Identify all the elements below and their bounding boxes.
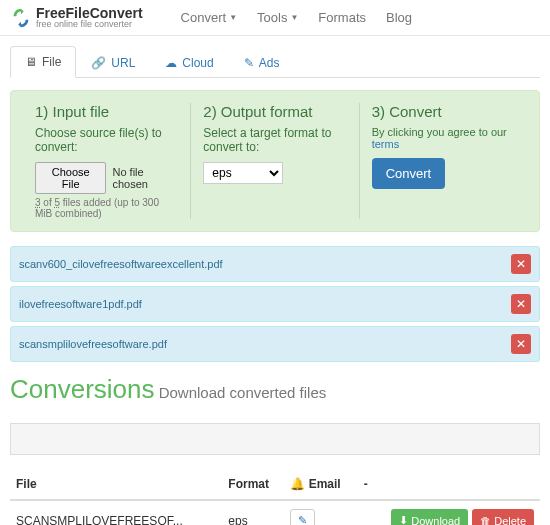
files-added-info: 3 of 5 files added (up to 300 MiB combin… — [35, 197, 178, 219]
table-row: SCANSMPLILOVEFREESOF...eps✎⬇ Download🗑 D… — [10, 500, 540, 525]
brand-name: FreeFileConvert — [36, 6, 143, 20]
conversions-header: Conversions Download converted files — [10, 374, 540, 405]
step-title: 1) Input file — [35, 103, 178, 120]
bell-icon: 🔔 — [290, 477, 305, 491]
uploaded-file-item: scanv600_cilovefreesoftwareexcellent.pdf… — [10, 246, 540, 282]
nav-formats[interactable]: Formats — [318, 10, 366, 25]
nav-convert[interactable]: Convert▼ — [181, 10, 237, 25]
nav-items: Convert▼ Tools▼ Formats Blog — [181, 10, 412, 25]
choose-file-button[interactable]: Choose File — [35, 162, 106, 194]
col-file: File — [10, 469, 222, 500]
step-title: 2) Output format — [203, 103, 346, 120]
file-cell: SCANSMPLILOVEFREESOF... — [10, 500, 222, 525]
step-desc: Choose source file(s) to convert: — [35, 126, 178, 154]
step-desc: Select a target format to convert to: — [203, 126, 346, 154]
cloud-icon: ☁ — [165, 56, 177, 70]
file-name: scansmplilovefreesoftware.pdf — [19, 338, 167, 350]
file-name: scanv600_cilovefreesoftwareexcellent.pdf — [19, 258, 223, 270]
email-button[interactable]: ✎ — [290, 509, 315, 525]
remove-file-button[interactable]: ✕ — [511, 334, 531, 354]
step-input: 1) Input file Choose source file(s) to c… — [23, 103, 190, 219]
tab-cloud[interactable]: ☁Cloud — [150, 46, 228, 78]
col-format: Format — [222, 469, 284, 500]
source-tabs: 🖥File 🔗URL ☁Cloud ✎Ads — [10, 46, 540, 78]
table-toolbar — [10, 423, 540, 455]
close-icon: ✕ — [516, 337, 526, 351]
tab-url[interactable]: 🔗URL — [76, 46, 150, 78]
delete-button[interactable]: 🗑 Delete — [472, 509, 534, 525]
tab-ads[interactable]: ✎Ads — [229, 46, 295, 78]
conversions-table: File Format 🔔 Email - SCANSMPLILOVEFREES… — [10, 469, 540, 525]
conversions-table-wrap: File Format 🔔 Email - SCANSMPLILOVEFREES… — [10, 423, 540, 525]
col-actions: - — [358, 469, 540, 500]
terms-text: By clicking you agree to our terms — [372, 126, 515, 150]
trash-icon: 🗑 — [480, 515, 491, 526]
col-email: 🔔 Email — [284, 469, 357, 500]
terms-link[interactable]: terms — [372, 138, 400, 150]
uploaded-file-list: scanv600_cilovefreesoftwareexcellent.pdf… — [10, 246, 540, 362]
edit-icon: ✎ — [298, 514, 307, 525]
close-icon: ✕ — [516, 297, 526, 311]
remove-file-button[interactable]: ✕ — [511, 254, 531, 274]
convert-button[interactable]: Convert — [372, 158, 446, 189]
remove-file-button[interactable]: ✕ — [511, 294, 531, 314]
logo-icon — [10, 7, 32, 29]
no-file-label: No file chosen — [112, 166, 178, 190]
caret-icon: ▼ — [290, 13, 298, 22]
step-output: 2) Output format Select a target format … — [190, 103, 358, 219]
close-icon: ✕ — [516, 257, 526, 271]
step-title: 3) Convert — [372, 103, 515, 120]
edit-icon: ✎ — [244, 56, 254, 70]
nav-blog[interactable]: Blog — [386, 10, 412, 25]
format-select[interactable]: eps — [203, 162, 283, 184]
format-cell: eps — [222, 500, 284, 525]
step-convert: 3) Convert By clicking you agree to our … — [359, 103, 527, 219]
caret-icon: ▼ — [229, 13, 237, 22]
steps-panel: 1) Input file Choose source file(s) to c… — [10, 90, 540, 232]
computer-icon: 🖥 — [25, 55, 37, 69]
navbar: FreeFileConvert free online file convert… — [0, 0, 550, 36]
nav-tools[interactable]: Tools▼ — [257, 10, 298, 25]
uploaded-file-item: scansmplilovefreesoftware.pdf ✕ — [10, 326, 540, 362]
brand-tagline: free online file converter — [36, 20, 143, 29]
uploaded-file-item: ilovefreesoftware1pdf.pdf ✕ — [10, 286, 540, 322]
link-icon: 🔗 — [91, 56, 106, 70]
logo[interactable]: FreeFileConvert free online file convert… — [10, 6, 143, 29]
download-icon: ⬇ — [399, 514, 408, 525]
download-button[interactable]: ⬇ Download — [391, 509, 468, 525]
file-name: ilovefreesoftware1pdf.pdf — [19, 298, 142, 310]
tab-file[interactable]: 🖥File — [10, 46, 76, 78]
